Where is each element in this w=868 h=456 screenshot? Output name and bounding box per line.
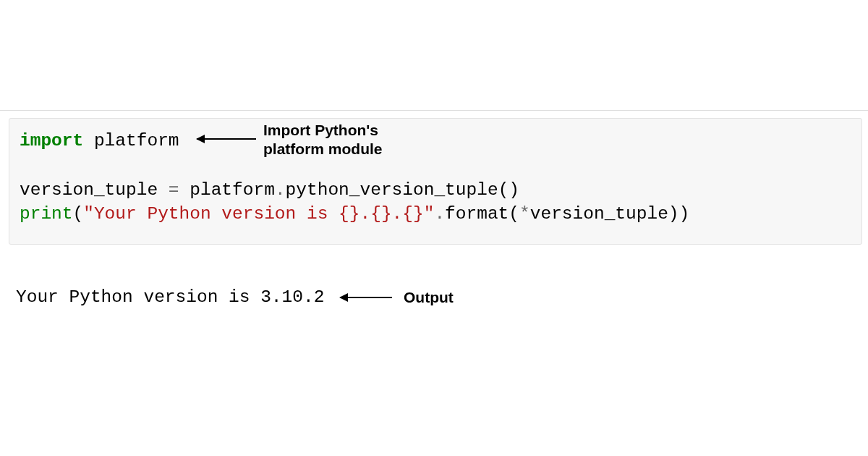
arg-name: version_tuple)) [530, 204, 690, 224]
string-literal: "Your Python version is {}.{}.{}" [83, 204, 434, 224]
horizontal-divider [0, 110, 868, 111]
code-cell: import platform version_tuple = platform… [9, 118, 862, 245]
var-name: version_tuple [20, 180, 169, 200]
annotation-import: Import Python's platform module [263, 121, 383, 159]
call-name: python_version_tuple() [286, 180, 519, 200]
keyword-import: import [20, 131, 83, 151]
dot-op: . [275, 180, 286, 200]
equals-op: = [169, 180, 179, 200]
paren-open: ( [73, 204, 84, 224]
dot-op-2: . [434, 204, 445, 224]
expr-platform: platform [179, 180, 275, 200]
arrow-left-icon [197, 138, 256, 140]
star-op: * [519, 204, 530, 224]
annotation-output: Output [404, 288, 454, 307]
builtin-print: print [20, 204, 73, 224]
module-name: platform [83, 131, 179, 151]
output-text: Your Python version is 3.10.2 [16, 287, 324, 307]
format-call: format( [445, 204, 519, 224]
arrow-left-icon [340, 297, 392, 298]
